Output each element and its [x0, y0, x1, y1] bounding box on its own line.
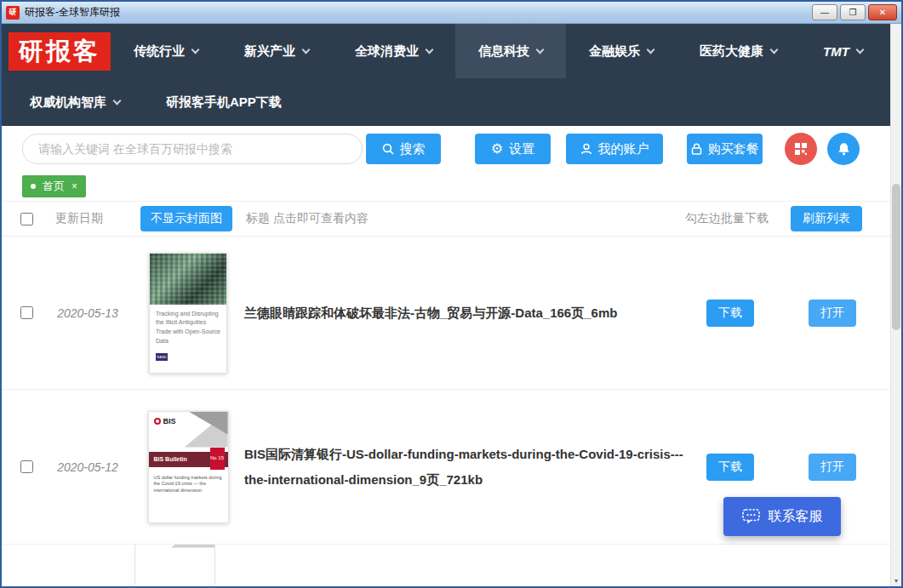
- account-button[interactable]: 我的账户: [566, 134, 663, 164]
- nav-item-finance-entertainment[interactable]: 金融娱乐: [566, 24, 677, 78]
- open-button[interactable]: 打开: [809, 454, 856, 481]
- report-date: 2020-05-13: [47, 306, 129, 320]
- date-column-header: 更新日期: [55, 211, 103, 226]
- bis-logo: BIS: [154, 417, 176, 425]
- search-input[interactable]: [22, 134, 363, 164]
- row-checkbox[interactable]: [20, 460, 33, 473]
- chevron-down-icon: [647, 46, 655, 54]
- gear-icon: ⚙: [491, 142, 503, 156]
- cover-decoration: [162, 545, 214, 548]
- select-all-checkbox[interactable]: [20, 213, 33, 225]
- app-logo[interactable]: 研报客: [9, 32, 111, 71]
- bis-cover-thumbnail: BIS BIS Bulletin No 15 US dollar funding…: [148, 411, 229, 523]
- nav-item-label: 权威机构智库: [30, 94, 106, 111]
- window-title: 研报客-全球智库研报: [25, 5, 120, 20]
- chevron-down-icon: [113, 97, 122, 106]
- chevron-down-icon: [191, 46, 200, 54]
- purchase-package-label: 购买套餐: [708, 141, 759, 157]
- hide-cover-button[interactable]: 不显示封面图: [140, 206, 232, 231]
- nav-item-label: 传统行业: [134, 43, 185, 60]
- report-title-link[interactable]: 兰德眼睛跟踪和体破坏最非法-古物_贸易与开源-Data_166页_6mb: [244, 300, 697, 325]
- open-button[interactable]: 打开: [809, 300, 856, 327]
- nav-item-label: 研报客手机APP下载: [166, 94, 282, 111]
- nav-item-info-tech[interactable]: 信息科技: [455, 24, 566, 78]
- nav-item-label: 金融娱乐: [589, 43, 640, 60]
- report-title-link[interactable]: BIS国际清算银行-US-dollar-funding-markets-duri…: [244, 442, 697, 492]
- cover-caption: US dollar funding markets during the Cov…: [154, 475, 223, 495]
- scrollbar-down-arrow[interactable]: ▼: [891, 574, 901, 586]
- download-button[interactable]: 下载: [706, 454, 754, 481]
- list-header: 更新日期 不显示封面图 标题 点击即可查看内容 勾左边批量下载 刷新列表: [2, 201, 901, 237]
- title-column-header: 标题 点击即可查看内容: [246, 211, 369, 226]
- nav-item-label: 信息科技: [478, 43, 529, 60]
- nav-item-global-consumer[interactable]: 全球消费业: [332, 24, 455, 78]
- scrollbar-thumb[interactable]: [892, 184, 900, 330]
- download-button[interactable]: 下载: [706, 300, 754, 327]
- nav-row-1: 研报客 传统行业 新兴产业 全球消费业 信息科技 金融娱乐: [2, 24, 901, 78]
- nav-item-think-tanks[interactable]: 权威机构智库: [7, 78, 143, 126]
- search-button[interactable]: 搜索: [366, 134, 441, 164]
- report-row: 2020-05-13 Tracking and Disrupting the I…: [2, 237, 901, 390]
- batch-download-hint: 勾左边批量下载: [685, 211, 769, 226]
- nav-row-2: 权威机构智库 研报客手机APP下载: [2, 78, 901, 126]
- app-icon: 研: [6, 6, 20, 20]
- nav-item-label: 全球消费业: [355, 43, 419, 60]
- vertical-scrollbar[interactable]: ▼: [890, 24, 901, 586]
- nav-item-app-download[interactable]: 研报客手机APP下载: [143, 78, 305, 126]
- chevron-down-icon: [770, 46, 779, 54]
- cover-image: [150, 254, 226, 305]
- app-window: 研 研报客-全球智库研报 — ❐ ✕ 研报客 传统行业 新兴产业 全球消费业: [0, 0, 903, 588]
- chat-icon: [742, 509, 760, 525]
- contact-support-label: 联系客服: [769, 508, 823, 526]
- notifications-button[interactable]: [827, 133, 860, 165]
- search-section: 搜索 ⚙ 设置 我的账户 购买套餐: [2, 126, 901, 172]
- chevron-down-icon: [536, 46, 545, 54]
- tab-home[interactable]: 首页 ×: [22, 175, 86, 197]
- bis-cover-thumbnail[interactable]: BIS: [134, 545, 215, 585]
- report-date: 2020-05-12: [47, 460, 129, 474]
- settings-button[interactable]: ⚙ 设置: [475, 134, 551, 164]
- settings-button-label: 设置: [509, 141, 534, 157]
- refresh-list-button[interactable]: 刷新列表: [791, 206, 862, 231]
- nav-item-label: 医药大健康: [700, 43, 763, 60]
- main-nav: 研报客 传统行业 新兴产业 全球消费业 信息科技 金融娱乐: [2, 24, 901, 126]
- tab-close-icon[interactable]: ×: [71, 180, 77, 192]
- maximize-button[interactable]: ❐: [840, 4, 866, 20]
- search-icon: [382, 143, 394, 155]
- nav-item-traditional-industry[interactable]: 传统行业: [111, 24, 221, 78]
- nav-item-tmt[interactable]: TMT: [800, 24, 886, 78]
- bell-icon: [837, 142, 850, 156]
- report-cover[interactable]: BIS BIS Bulletin No 15 US dollar funding…: [146, 411, 231, 523]
- search-button-label: 搜索: [400, 141, 426, 157]
- titlebar: 研 研报客-全球智库研报 — ❐ ✕: [2, 2, 901, 24]
- nav-item-label: TMT: [823, 44, 849, 59]
- chevron-down-icon: [302, 46, 311, 54]
- report-cover[interactable]: Tracking and Disrupting the Illicit Anti…: [146, 253, 231, 374]
- cover-caption: Tracking and Disrupting the Illicit Anti…: [150, 305, 226, 346]
- chevron-down-icon: [426, 46, 434, 54]
- window-controls: — ❐ ✕: [812, 4, 897, 20]
- lock-icon: [691, 143, 702, 155]
- user-icon: [580, 143, 592, 155]
- tab-home-label: 首页: [43, 179, 65, 194]
- qrcode-button[interactable]: [785, 133, 817, 165]
- nav-item-label: 新兴产业: [244, 43, 295, 60]
- account-button-label: 我的账户: [598, 141, 649, 157]
- bis-logo-text: BIS: [163, 417, 176, 425]
- close-button[interactable]: ✕: [868, 4, 897, 20]
- bis-logo-mark: [154, 418, 161, 425]
- contact-support-button[interactable]: 联系客服: [723, 497, 841, 536]
- nav-item-emerging-industry[interactable]: 新兴产业: [221, 24, 332, 78]
- qrcode-icon: [794, 142, 808, 156]
- tab-bar: 首页 ×: [2, 172, 901, 201]
- purchase-package-button[interactable]: 购买套餐: [687, 134, 763, 164]
- nav-item-pharma-health[interactable]: 医药大健康: [677, 24, 800, 78]
- cover-issue-number: No 15: [210, 448, 225, 470]
- report-row-partial: BIS: [2, 545, 901, 585]
- tab-active-dot: [31, 184, 36, 189]
- rand-logo: RAND: [156, 353, 168, 361]
- minimize-button[interactable]: —: [812, 4, 837, 20]
- chevron-down-icon: [855, 46, 864, 54]
- row-checkbox[interactable]: [20, 306, 33, 319]
- rand-cover-thumbnail: Tracking and Disrupting the Illicit Anti…: [149, 253, 227, 374]
